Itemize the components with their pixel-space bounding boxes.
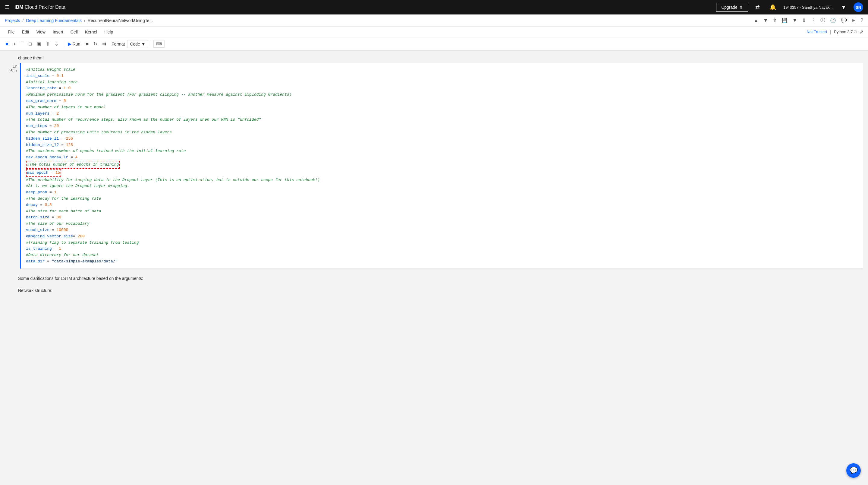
save-dropdown-icon[interactable]: ▼ [792, 18, 797, 23]
format-label: Format [112, 41, 125, 47]
cell-type-chevron: ▼ [141, 41, 146, 47]
help-icon[interactable]: ? [861, 18, 863, 23]
toolbar-divider2 [151, 40, 151, 48]
save-version-icon[interactable]: 💾 [781, 18, 787, 23]
upgrade-button[interactable]: Upgrade ⇧ [716, 3, 748, 12]
menu-help[interactable]: Help [101, 28, 116, 36]
breadcrumb-projects[interactable]: Projects [5, 18, 20, 23]
grid-icon[interactable]: ⊞ [852, 18, 856, 23]
cell-toolbar: ■ + ⎺ □ ▣ ⇧ ⇩ ▶ Run ■ ↻ ⇉ Format Code ▼ … [0, 37, 868, 51]
run-button[interactable]: ▶ Run [65, 40, 83, 48]
info-icon[interactable]: ⓘ [820, 17, 825, 24]
play-icon: ▶ [68, 41, 71, 47]
expand-icon[interactable]: ⇗ [859, 29, 863, 35]
cell-label: In [6]: [5, 63, 20, 73]
menu-file[interactable]: File [5, 28, 18, 36]
collaborate-icon[interactable]: ⇄ [753, 4, 762, 10]
notification-icon[interactable]: 🔔 [767, 4, 778, 10]
kernel-status-dot [854, 30, 857, 33]
trusted-status[interactable]: Not Trusted [807, 30, 827, 34]
text-cell-1: Some clarifications for LSTM architectur… [0, 273, 868, 284]
comment-icon[interactable]: 💬 [841, 18, 847, 23]
restart-button[interactable]: ↻ [92, 40, 99, 48]
toolbar-divider [63, 40, 63, 48]
change-note: change them! [0, 54, 868, 63]
run-above-icon[interactable]: ▲ [754, 18, 758, 23]
move-up-button[interactable]: ⇧ [44, 40, 52, 48]
menu-insert[interactable]: Insert [50, 28, 66, 36]
notebook-area: change them! In [6]: #Initial weight sca… [0, 51, 868, 485]
more-options-icon[interactable]: ⋮ [811, 18, 815, 23]
hamburger-menu[interactable]: ☰ [5, 4, 10, 10]
active-cell-indicator[interactable]: ■ [4, 40, 10, 48]
interrupt-button[interactable]: ■ [84, 40, 90, 48]
dropdown-icon1[interactable]: ▼ [763, 18, 768, 23]
cell-type-select[interactable]: Code ▼ [127, 40, 148, 48]
text-cell-2: Network structure: [0, 284, 868, 296]
breadcrumb-actions: ▲ ▼ ⇧ 💾 ▼ ⇓ ⋮ ⓘ 🕐 💬 ⊞ ? [754, 17, 863, 24]
move-down-button[interactable]: ⇩ [53, 40, 60, 48]
chat-fab[interactable]: 💬 [846, 463, 861, 478]
top-navbar: ☰ IBM Cloud Pak for Data Upgrade ⇧ ⇄ 🔔 1… [0, 0, 868, 15]
move-cell-button[interactable]: ⎺ [19, 40, 26, 48]
run-all-button[interactable]: ⇉ [100, 40, 108, 48]
menu-edit[interactable]: Edit [19, 28, 32, 36]
paste-cell-button[interactable]: ▣ [35, 40, 43, 48]
code-cell-container: In [6]: #Initial weight scale init_scale… [5, 63, 863, 269]
menu-bar: File Edit View Insert Cell Kernel Help N… [0, 27, 868, 37]
breadcrumb-sep2: / [84, 18, 85, 23]
code-content[interactable]: #Initial weight scale init_scale = 0.1 #… [21, 63, 863, 268]
copy-cell-button[interactable]: □ [27, 40, 33, 48]
breadcrumb-current: RecurrentNeuralNetworkUsingTe... [88, 18, 153, 23]
avatar[interactable]: SN [854, 2, 863, 12]
breadcrumb-bar: Projects / Deep Learning Fundamentals / … [0, 15, 868, 27]
chevron-down-icon[interactable]: ▼ [838, 4, 849, 10]
menu-cell[interactable]: Cell [67, 28, 81, 36]
breadcrumb-notebook[interactable]: Deep Learning Fundamentals [26, 18, 82, 23]
code-cell-body[interactable]: #Initial weight scale init_scale = 0.1 #… [20, 63, 863, 269]
share-icon[interactable]: ⇧ [773, 18, 777, 23]
kernel-info: Python 3.7 [834, 30, 858, 34]
download-icon[interactable]: ⇓ [802, 18, 806, 23]
add-cell-button[interactable]: + [11, 40, 18, 48]
keyboard-shortcuts-button[interactable]: ⌨ [153, 40, 164, 48]
user-display[interactable]: 1943357 - Sandhya Nayak'... [783, 5, 834, 10]
history-icon[interactable]: 🕐 [830, 18, 836, 23]
brand-name: IBM Cloud Pak for Data [14, 4, 65, 10]
breadcrumb-sep1: / [23, 18, 24, 23]
menu-kernel[interactable]: Kernel [82, 28, 100, 36]
menu-view[interactable]: View [33, 28, 49, 36]
upgrade-icon: ⇧ [739, 5, 743, 10]
